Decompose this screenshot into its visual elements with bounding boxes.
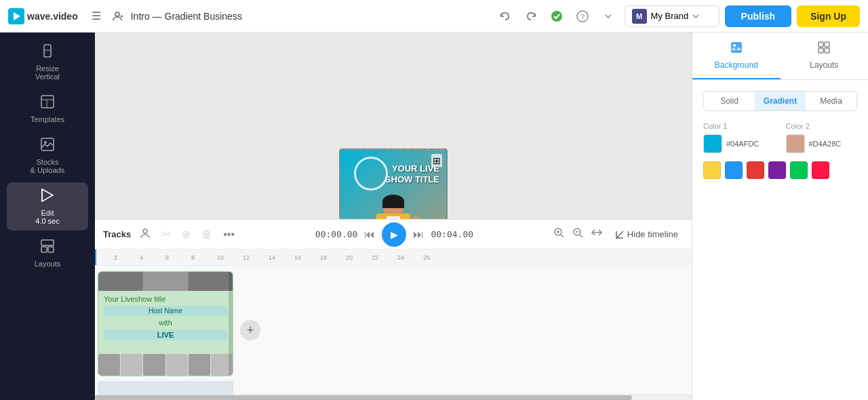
save-status-icon (546, 5, 568, 27)
svg-rect-9 (41, 96, 54, 108)
clip-text-title: Your Liveshow title (104, 294, 227, 304)
undo-button[interactable] (494, 5, 516, 27)
palette-color-red[interactable] (747, 161, 764, 179)
svg-line-27 (561, 235, 564, 237)
bg-type-gradient[interactable]: Gradient (755, 92, 806, 111)
palette-color-blue[interactable] (725, 161, 743, 179)
color2-hex: #D4A28C (809, 140, 842, 148)
second-track-clip[interactable] (98, 381, 233, 395)
palette-color-green[interactable] (790, 161, 808, 179)
cut-button[interactable]: ✂ (159, 225, 174, 243)
play-button[interactable]: ▶ (382, 222, 406, 247)
hide-timeline-icon (615, 230, 625, 239)
svg-point-1 (115, 12, 119, 16)
time-total: 00:04.00 (431, 229, 473, 239)
logo: wave.video (8, 8, 78, 24)
layouts-tab-icon (817, 41, 831, 58)
sidebar-item-edit[interactable]: Edit4.0 sec (7, 182, 88, 231)
clip-resize-handle[interactable] (229, 272, 233, 376)
color1-swatch[interactable] (703, 134, 722, 153)
left-sidebar: ResizeVertical Templates Stocks& Uploads… (0, 33, 95, 400)
color1-col: Color 1 #04AFDC (703, 122, 775, 153)
h-scrollbar-thumb[interactable] (95, 395, 632, 400)
svg-marker-14 (42, 189, 53, 201)
track-row-1: Your Liveshow title Host Name with LIVE (95, 266, 692, 395)
color1-swatch-row: #04AFDC (703, 134, 775, 153)
svg-point-25 (143, 229, 147, 233)
color2-col: Color 2 #D4A28C (786, 122, 858, 153)
nav-actions: ? (494, 5, 619, 27)
zoom-out-button[interactable] (570, 225, 585, 243)
resize-icon (40, 43, 55, 62)
delete-button[interactable]: 🗑 (199, 226, 215, 243)
layouts-icon (40, 239, 55, 257)
svg-rect-16 (41, 240, 54, 245)
brand-avatar: M (632, 9, 647, 24)
stocks-label: Stocks& Uploads (31, 158, 65, 174)
text-clip-block[interactable]: Your Liveshow title Host Name with LIVE (98, 271, 233, 376)
sidebar-item-templates[interactable]: Templates (7, 89, 88, 129)
palette-color-purple[interactable] (768, 161, 786, 179)
svg-rect-21 (818, 42, 823, 47)
stocks-icon (40, 137, 55, 155)
bg-type-media[interactable]: Media (806, 92, 856, 111)
tab-background[interactable]: Background (692, 33, 781, 79)
add-collaborator-button[interactable] (109, 8, 125, 24)
palette-color-pink[interactable] (812, 161, 829, 179)
clip-text-host: Host Name (104, 306, 227, 316)
color2-swatch-row: #D4A28C (786, 134, 858, 153)
templates-label: Templates (31, 115, 64, 123)
zoom-in-button[interactable] (551, 225, 566, 243)
brand-name: My Brand (651, 11, 689, 21)
edit-icon (40, 188, 55, 206)
more-track-options-button[interactable]: ••• (220, 226, 237, 243)
clip-text-live: LIVE (104, 329, 227, 340)
svg-point-13 (44, 141, 47, 144)
help-button[interactable]: ? (572, 5, 593, 27)
fit-width-button[interactable] (589, 225, 604, 243)
color-section: Color 1 #04AFDC Color 2 #D4A28C (703, 122, 857, 153)
next-frame-button[interactable]: ⏭ (410, 226, 427, 243)
color1-hex: #04AFDC (726, 140, 759, 148)
time-current: 00:00.00 (315, 229, 358, 239)
canvas-title: YOUR LIVE SHOW TITLE (347, 163, 439, 184)
prev-frame-button[interactable]: ⏮ (361, 226, 378, 243)
svg-rect-17 (41, 247, 47, 252)
sidebar-item-layouts[interactable]: Layouts (7, 233, 88, 273)
right-panel: Background Layouts Solid Gradient Media … (692, 33, 868, 400)
timeline-section: Tracks ✂ ⊕ 🗑 ••• 00:00.00 ⏮ ▶ ⏭ 00:04.00 (95, 219, 692, 400)
svg-point-4 (551, 11, 562, 22)
layouts-label: Layouts (35, 260, 61, 268)
signup-button[interactable]: Sign Up (797, 5, 860, 27)
add-track-people-button[interactable] (136, 224, 154, 245)
publish-button[interactable]: Publish (725, 5, 792, 27)
more-options-button[interactable] (597, 5, 619, 27)
brand-dropdown[interactable]: M My Brand (625, 5, 719, 27)
play-controls: 00:00.00 ⏮ ▶ ⏭ 00:04.00 (315, 222, 473, 247)
svg-marker-0 (14, 12, 20, 20)
panel-content: Solid Gradient Media Color 1 #04AFDC Col… (692, 80, 868, 400)
edit-label: Edit4.0 sec (35, 209, 59, 225)
color2-swatch[interactable] (786, 134, 805, 153)
sidebar-item-resize[interactable]: ResizeVertical (7, 38, 88, 86)
redo-button[interactable] (520, 5, 542, 27)
layouts-tab-label: Layouts (810, 60, 838, 70)
h-scrollbar[interactable] (95, 395, 692, 400)
hide-timeline-button[interactable]: Hide timeline (610, 226, 684, 242)
brand-chevron-icon (692, 13, 699, 20)
timeline-tracks: Your Liveshow title Host Name with LIVE (95, 266, 692, 395)
hamburger-button[interactable]: ☰ (89, 7, 104, 25)
sidebar-item-stocks[interactable]: Stocks& Uploads (7, 132, 88, 180)
zoom-controls (551, 225, 604, 243)
color2-label: Color 2 (786, 122, 858, 130)
color1-label: Color 1 (703, 122, 775, 130)
timeline-ruler: 2 4 6 8 10 12 14 16 18 20 22 24 26 (95, 249, 692, 266)
add-clip-button[interactable]: + (240, 320, 260, 340)
timeline-toolbar: Tracks ✂ ⊕ 🗑 ••• 00:00.00 ⏮ ▶ ⏭ 00:04.00 (95, 220, 692, 249)
tab-layouts[interactable]: Layouts (781, 33, 869, 79)
palette-color-yellow[interactable] (703, 161, 721, 179)
bg-type-solid[interactable]: Solid (704, 92, 755, 111)
duplicate-button[interactable]: ⊕ (179, 225, 193, 243)
svg-rect-23 (818, 48, 823, 53)
color-palette (703, 161, 857, 179)
